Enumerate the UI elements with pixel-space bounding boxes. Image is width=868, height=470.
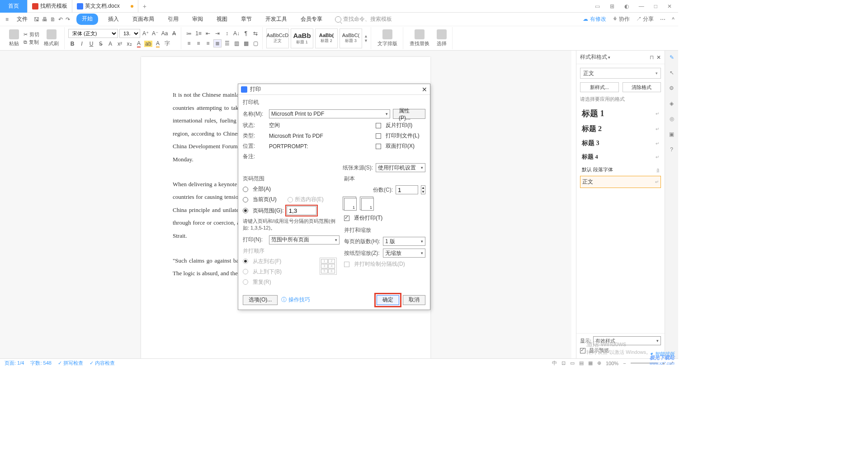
zoom-out-button[interactable]: − [623, 361, 626, 366]
content-check-button[interactable]: ✓ 内容检查 [90, 360, 115, 367]
strip-styles-icon[interactable]: ✎ [668, 53, 676, 61]
print-to-file-check[interactable] [376, 133, 381, 139]
align-justify-button[interactable]: ≣ [213, 39, 222, 47]
copy-button[interactable]: ⧉ 复制 [24, 39, 39, 46]
font-color-button[interactable]: A [135, 40, 143, 48]
bullets-button[interactable]: ≔ [185, 29, 193, 38]
strip-library-icon[interactable]: ▣ [668, 130, 676, 138]
view-menu-icon[interactable]: ⊡ [561, 360, 566, 366]
grid-icon[interactable]: ⊞ [607, 1, 617, 11]
numbering-button[interactable]: 1≡ [194, 29, 203, 38]
find-replace-button[interactable]: 查找替换 [407, 28, 432, 48]
columns-button[interactable]: ▥ [232, 39, 241, 47]
align-right-button[interactable]: ≡ [204, 39, 212, 47]
ribbon-tab-references[interactable]: 引用 [164, 14, 182, 25]
font-family-select[interactable]: 宋体 (正文) [68, 29, 118, 38]
undo-icon[interactable]: ↶ [58, 16, 63, 23]
outdent-button[interactable]: ⇤ [204, 29, 212, 38]
style-scroll-down[interactable]: ▼ [364, 38, 368, 43]
zoom-slider[interactable] [631, 362, 658, 364]
new-style-button[interactable]: 新样式... [580, 82, 619, 92]
range-pages-radio[interactable] [243, 208, 248, 213]
emphasis-button[interactable]: A [106, 40, 114, 48]
print-what-select[interactable]: 范围中所有页面▾ [269, 235, 340, 244]
lineheight-button[interactable]: ↕ [223, 29, 231, 38]
select-button[interactable]: 选择 [434, 28, 449, 48]
ribbon-tab-vip[interactable]: 会员专享 [297, 14, 326, 25]
style-heading-3[interactable]: 标题 3↵ [580, 136, 661, 150]
style-body[interactable]: 正文↵ [580, 176, 661, 188]
maximize-button[interactable]: □ [651, 1, 660, 11]
printer-name-select[interactable]: Microsoft Print to PDF▾ [269, 109, 390, 118]
sort-button[interactable]: A↓ [232, 29, 241, 38]
spellcheck-button[interactable]: ✓ 拼写检查 [58, 360, 83, 367]
save-icon[interactable]: 🖫 [34, 16, 39, 23]
menu-toggle-icon[interactable]: ≡ [4, 15, 10, 24]
ribbon-tab-start[interactable]: 开始 [76, 14, 98, 25]
subscript-button[interactable]: x₂ [125, 40, 133, 48]
redo-icon[interactable]: ↷ [66, 16, 70, 23]
style-h2[interactable]: AaBb(标题 2 [315, 28, 338, 48]
superscript-button[interactable]: x² [116, 40, 124, 48]
ribbon-tab-dev[interactable]: 开发工具 [262, 14, 291, 25]
strip-settings-icon[interactable]: ⚙ [668, 84, 676, 92]
ribbon-tab-view[interactable]: 视图 [213, 14, 231, 25]
pending-changes[interactable]: ☁ 有修改 [583, 15, 606, 23]
show-preview-check[interactable] [580, 348, 585, 353]
more-icon[interactable]: ⋯ [660, 16, 665, 23]
copies-spin-down[interactable]: ▼ [421, 190, 425, 194]
cut-button[interactable]: ✂ 剪切 [24, 31, 39, 38]
strip-help-icon[interactable]: ? [668, 146, 676, 154]
reverse-print-check[interactable] [376, 123, 381, 128]
marks-button[interactable]: ¶ [242, 29, 250, 38]
preview-icon[interactable]: 🗎 [50, 16, 56, 23]
text-layout-button[interactable]: 文字排版 [375, 28, 400, 48]
paper-source-select[interactable]: 使用打印机设置▾ [376, 163, 425, 172]
style-default-font[interactable]: 默认 段落字体a [580, 164, 661, 176]
ribbon-tab-review[interactable]: 审阅 [189, 14, 207, 25]
strip-nav-icon[interactable]: ◈ [668, 99, 676, 108]
style-heading-2[interactable]: 标题 2↵ [580, 122, 661, 136]
clear-format-icon[interactable]: A̶ [170, 29, 178, 38]
print-icon[interactable]: 🖶 [42, 16, 47, 23]
underline-button[interactable]: U [87, 40, 95, 48]
increase-font-icon[interactable]: A⁺ [142, 29, 150, 38]
file-menu[interactable]: 文件 [14, 14, 30, 24]
strip-select-icon[interactable]: ↖ [668, 69, 676, 77]
tabs-button[interactable]: ⇆ [251, 29, 259, 38]
scale-select[interactable]: 无缩放▾ [383, 249, 425, 258]
command-search[interactable]: 查找命令、搜索模板 [335, 15, 392, 23]
printer-properties-button[interactable]: 属性(P)... [393, 109, 425, 119]
share-button[interactable]: ↗ 分享 [636, 15, 654, 23]
page-range-input[interactable] [287, 206, 316, 215]
borders-button[interactable]: ▢ [251, 39, 259, 47]
distribute-button[interactable]: ☰ [223, 39, 231, 47]
style-body[interactable]: AaBbCcD正文 [266, 28, 289, 48]
taskpane-pin-icon[interactable]: ⊓ [650, 54, 654, 61]
current-style-select[interactable]: 正文▾ [580, 68, 661, 79]
view-page-icon[interactable]: ▭ [570, 360, 575, 366]
view-web-icon[interactable]: ▦ [588, 360, 593, 366]
strike-button[interactable]: S̶ [97, 40, 105, 48]
clear-format-button[interactable]: 清除格式 [623, 82, 661, 92]
fullscreen-icon[interactable]: ⤢ [670, 360, 674, 366]
font-size-select[interactable]: 13.5 [119, 29, 140, 38]
options-button[interactable]: 选项(O)... [243, 295, 278, 305]
bold-button[interactable]: B [68, 40, 76, 48]
tab-document[interactable]: 英文文档.docx [72, 0, 138, 13]
phonetic-button[interactable]: 字 [163, 40, 171, 48]
style-scroll-up[interactable]: ▲ [364, 34, 368, 38]
style-heading-4[interactable]: 标题 4↵ [580, 150, 661, 164]
copies-input[interactable] [396, 185, 418, 194]
chevron-up-icon[interactable]: ^ [672, 16, 675, 23]
input-lang[interactable]: 中 [552, 360, 557, 367]
shading2-button[interactable]: ▦ [242, 39, 250, 47]
ok-button[interactable]: 确定 [377, 295, 399, 305]
show-filter-select[interactable]: 有效样式▾ [593, 336, 661, 345]
taskpane-close-icon[interactable]: ✕ [656, 54, 661, 61]
range-current-radio[interactable] [243, 197, 248, 202]
tab-home[interactable]: 首页 [0, 0, 28, 13]
layout-toggle-icon[interactable]: ▭ [592, 1, 603, 11]
word-count[interactable]: 字数: 548 [30, 360, 51, 367]
close-button[interactable]: ✕ [665, 1, 675, 11]
